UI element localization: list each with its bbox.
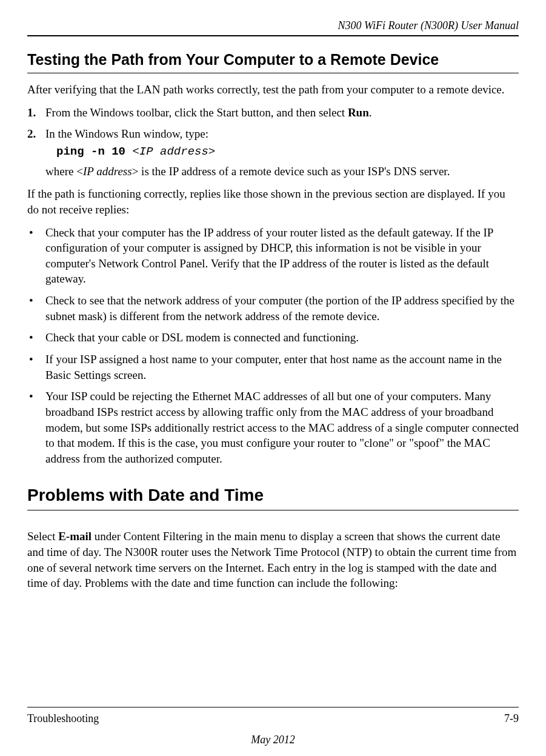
footer-chapter: Troubleshooting (27, 711, 99, 726)
section-heading-testing: Testing the Path from Your Computer to a… (27, 50, 519, 73)
list-item: 1. From the Windows toolbar, click the S… (27, 105, 519, 121)
text-part: From the Windows toolbar, click the Star… (45, 106, 348, 119)
step-number: 2. (27, 126, 36, 142)
text-part: under Content Filtering in the main menu… (27, 530, 516, 589)
ip-address-placeholder: IP address (83, 165, 132, 178)
text-part: Select (27, 530, 58, 543)
list-item: Check that your computer has the IP addr… (27, 225, 519, 287)
footer-date: May 2012 (27, 732, 519, 747)
footer-line: Troubleshooting 7-9 (27, 707, 519, 726)
code-block: ping -n 10 <IP address> (45, 144, 519, 160)
email-label: E-mail (58, 530, 92, 543)
step-number: 1. (27, 105, 36, 121)
page-header: N300 WiFi Router (N300R) User Manual (27, 18, 519, 36)
intro-paragraph: After verifying that the LAN path works … (27, 82, 519, 98)
step-text: From the Windows toolbar, click the Star… (45, 106, 372, 119)
result-paragraph: If the path is functioning correctly, re… (27, 186, 519, 217)
date-time-paragraph: Select E-mail under Content Filtering in… (27, 529, 519, 591)
list-item: Your ISP could be rejecting the Ethernet… (27, 389, 519, 466)
list-item: 2. In the Windows Run window, type: ping… (27, 126, 519, 179)
section-heading-date-time: Problems with Date and Time (27, 484, 519, 511)
list-item: Check that your cable or DSL modem is co… (27, 330, 519, 346)
list-item: If your ISP assigned a host name to your… (27, 352, 519, 383)
footer-page-number: 7-9 (504, 711, 519, 726)
step-text: In the Windows Run window, type: (45, 127, 208, 140)
text-part: > is the IP address of a remote device s… (132, 165, 450, 178)
text-part: where < (45, 165, 83, 178)
instruction-list: 1. From the Windows toolbar, click the S… (27, 105, 519, 179)
text-part: . (369, 106, 372, 119)
run-label: Run (348, 106, 369, 119)
step-sub-text: where <IP address> is the IP address of … (45, 164, 519, 179)
page-footer: Troubleshooting 7-9 May 2012 (27, 707, 519, 747)
code-command: ping -n 10 (56, 145, 125, 158)
troubleshoot-list: Check that your computer has the IP addr… (27, 225, 519, 467)
manual-title: N300 WiFi Router (N300R) User Manual (338, 19, 519, 32)
list-item: Check to see that the network address of… (27, 293, 519, 324)
code-placeholder: <IP address> (125, 145, 215, 158)
